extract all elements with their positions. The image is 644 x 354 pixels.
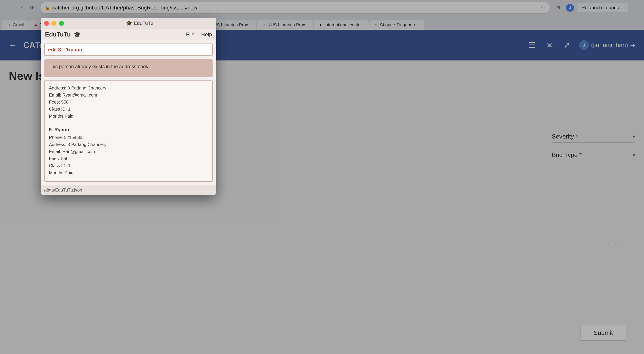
file-menu-item[interactable]: File bbox=[186, 32, 194, 38]
window-title-text: EduTuTu bbox=[134, 21, 153, 26]
person-address-1: Address: 3 Padang Chancery bbox=[49, 141, 208, 148]
person-monthspaid-1: Months Paid: bbox=[49, 169, 208, 176]
app-footer: /data/EduTuTu.json bbox=[41, 185, 216, 195]
person-email-1: Email: Ran@gmail.com bbox=[49, 148, 208, 155]
person-classid-1: Class ID: 1 bbox=[49, 162, 208, 169]
footer-path-text: /data/EduTuTu.json bbox=[44, 188, 82, 193]
edututu-window: 🎓 EduTuTu EduTuTu 🎓 File Help This perso… bbox=[41, 18, 216, 195]
app-titlebar: 🎓 EduTuTu bbox=[41, 18, 216, 29]
command-input-field[interactable] bbox=[44, 44, 212, 55]
app-emoji-icon: 🎓 bbox=[73, 31, 81, 38]
window-title: 🎓 EduTuTu bbox=[66, 21, 213, 26]
person-monthspaid-0: Months Paid: bbox=[49, 113, 208, 120]
list-item: 10. Ryan Tan Phone: 82154565 Address: 3 … bbox=[44, 180, 212, 182]
person-email-0: Email: Ryan@gmail.com bbox=[49, 92, 208, 99]
person-phone-1: Phone: 82154565 bbox=[49, 134, 208, 141]
person-fees-0: Fees: 550 bbox=[49, 99, 208, 106]
menu-items: File Help bbox=[186, 32, 212, 38]
minimize-traffic-light[interactable] bbox=[52, 21, 56, 26]
person-classid-0: Class ID: 1 bbox=[49, 106, 208, 113]
error-message-area: This person already exists in the addres… bbox=[44, 59, 213, 77]
app-name-label: EduTuTu bbox=[45, 31, 71, 38]
person-list[interactable]: Address: 3 Padang Chancery Email: Ryan@g… bbox=[44, 81, 213, 182]
help-menu-item[interactable]: Help bbox=[201, 32, 212, 38]
app-title-section: EduTuTu 🎓 bbox=[45, 31, 81, 38]
close-traffic-light[interactable] bbox=[44, 21, 49, 26]
list-item: 9. Ryann Phone: 82154565 Address: 3 Pada… bbox=[44, 123, 212, 180]
app-menubar: EduTuTu 🎓 File Help bbox=[41, 29, 216, 40]
list-item: Address: 3 Padang Chancery Email: Ryan@g… bbox=[44, 81, 212, 123]
person-fees-1: Fees: 550 bbox=[49, 155, 208, 162]
command-input-container bbox=[44, 44, 213, 56]
person-name-1: 9. Ryann bbox=[49, 127, 208, 133]
window-favicon: 🎓 bbox=[126, 21, 132, 26]
error-text: This person already exists in the addres… bbox=[48, 64, 208, 70]
maximize-traffic-light[interactable] bbox=[59, 21, 64, 26]
person-address-0: Address: 3 Padang Chancery bbox=[49, 84, 208, 92]
